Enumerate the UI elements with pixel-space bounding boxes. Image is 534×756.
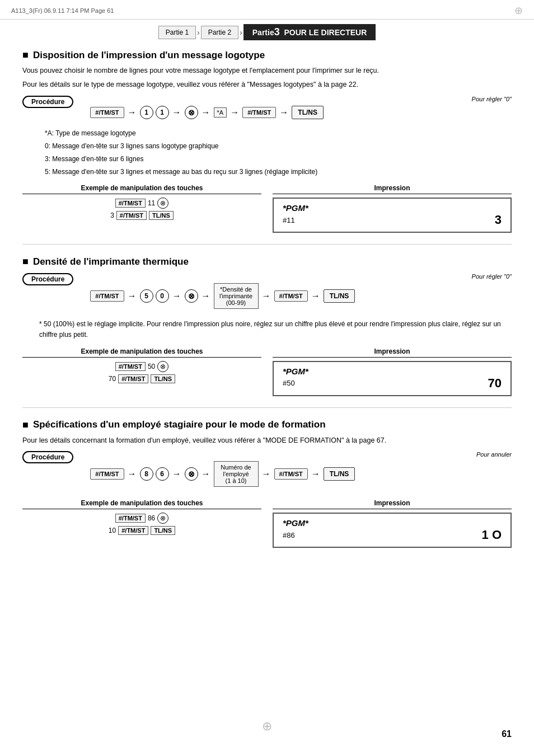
example-touches-2: Exemple de manipulation des touches #/TM… — [22, 348, 261, 383]
section3-text1: Pour les détails concernant la formation… — [22, 435, 512, 446]
example-impression-1: Impression *PGM* #11 3 — [273, 184, 512, 233]
diagram-row-3: #/TM/ST → 8 6 → ⊗ → Numéro del'employé(1… — [90, 461, 512, 487]
page-number: 61 — [502, 729, 512, 739]
section1-heading: Disposition de l'impression d'un message… — [22, 49, 512, 61]
example-impression-3: Impression *PGM* #86 1 O — [273, 499, 512, 548]
key-hmst-3b: #/TM/ST — [274, 468, 308, 480]
circle-6: 6 — [156, 467, 169, 481]
example-impression-title-3: Impression — [273, 499, 512, 509]
example-touches-title-3: Exemple de manipulation des touches — [22, 499, 261, 509]
pour-regler-2: Pour régler "0" — [90, 273, 512, 280]
procedure-label-2: Procédure — [22, 273, 73, 285]
file-info: A113_3(Fr) 06.9.11 7:14 PM Page 61 — [11, 7, 114, 14]
pour-regler-1: Pour régler "0" — [90, 96, 512, 102]
star-a-box: *A — [214, 107, 227, 118]
section1-text1: Vous pouvez choisir le nombre de lignes … — [22, 65, 512, 76]
nav-section-label: Partie3 POUR LE DIRECTEUR — [243, 24, 376, 40]
impression-box-2: *PGM* #50 70 — [273, 361, 512, 396]
footnote-section2: * 50 (100%) est le réglage implicite. Po… — [28, 319, 512, 340]
nav-tab-part1[interactable]: Partie 1 — [158, 26, 196, 39]
density-box: *Densité del'imprimante(00-99) — [214, 283, 259, 309]
section3: Spécifications d'un employé stagiaire po… — [22, 419, 512, 548]
section2: Densité de l'imprimante thermique Procéd… — [22, 256, 512, 396]
example-touches-title-2: Exemple de manipulation des touches — [22, 348, 261, 358]
key-hmst-3: #/TM/ST — [90, 468, 124, 480]
procedure-label-3: Procédure — [22, 451, 73, 463]
tlns-box-1: TL/NS — [292, 106, 324, 119]
nav-arrow: › — [197, 28, 200, 37]
circle-x-1: ⊗ — [185, 106, 198, 119]
nav-tabs: Partie 1 › Partie 2 › Partie3 POUR LE DI… — [0, 24, 534, 40]
circle-x-3: ⊗ — [185, 467, 198, 481]
diagram-row-2: #/TM/ST → 5 0 → ⊗ → *Densité del'imprima… — [90, 283, 512, 309]
impression-box-3: *PGM* #86 1 O — [273, 513, 512, 548]
employee-box: Numéro del'employé(1 à 10) — [214, 461, 259, 487]
examples-area-3: Exemple de manipulation des touches #/TM… — [22, 499, 512, 548]
tlns-box-2: TL/NS — [324, 289, 355, 303]
bottom-crosshair: ⊕ — [262, 719, 272, 734]
main-content: Disposition de l'impression d'un message… — [0, 49, 534, 579]
footnote-2: * 50 (100%) est le réglage implicite. Po… — [39, 319, 512, 340]
examples-area-1: Exemple de manipulation des touches #/TM… — [22, 184, 512, 233]
circle-1: 1 — [140, 106, 153, 119]
divider-1 — [22, 244, 512, 245]
top-bar: A113_3(Fr) 06.9.11 7:14 PM Page 61 ⊕ — [0, 0, 534, 20]
footnote-title-1: *A: Type de message logotype — [45, 128, 512, 139]
section3-heading: Spécifications d'un employé stagiaire po… — [22, 419, 512, 431]
example-impression-2: Impression *PGM* #50 70 — [273, 348, 512, 396]
example-impression-title-2: Impression — [273, 348, 512, 358]
section1-text2: Pour les détails sur le type de message … — [22, 79, 512, 90]
key-hmst-2b: #/TM/ST — [274, 290, 308, 302]
example-impression-title-1: Impression — [273, 184, 512, 194]
key-hmst-1b: #/TM/ST — [242, 107, 276, 118]
procedure-label-1: Procédure — [22, 96, 73, 108]
pour-annuler-3: Pour annuler — [90, 451, 512, 458]
section1: Disposition de l'impression d'un message… — [22, 49, 512, 233]
tlns-box-3: TL/NS — [324, 467, 355, 481]
example-touches-title-1: Exemple de manipulation des touches — [22, 184, 261, 194]
example-touches-3: Exemple de manipulation des touches #/TM… — [22, 499, 261, 535]
page-crosshair: ⊕ — [514, 4, 523, 17]
circle-x-2: ⊗ — [185, 289, 198, 303]
key-hmst-2: #/TM/ST — [90, 290, 124, 302]
nav-arrow2: › — [240, 28, 242, 37]
diagram-row-1: #/TM/ST → 1 1 → ⊗ → *A → #/TM/ST → TL/NS — [90, 106, 512, 119]
divider-2 — [22, 407, 512, 408]
examples-area-2: Exemple de manipulation des touches #/TM… — [22, 348, 512, 396]
section2-heading: Densité de l'imprimante thermique — [22, 256, 512, 267]
footnote-section1: *A: Type de message logotype 0: Message … — [34, 128, 512, 178]
impression-box-1: *PGM* #11 3 — [273, 198, 512, 233]
circle-0: 0 — [156, 289, 169, 303]
page-container: A113_3(Fr) 06.9.11 7:14 PM Page 61 ⊕ Par… — [0, 0, 534, 756]
example-touches-1: Exemple de manipulation des touches #/TM… — [22, 184, 261, 220]
key-hmst-1: #/TM/ST — [90, 107, 124, 118]
circle-8: 8 — [140, 467, 153, 481]
nav-tab-part2[interactable]: Partie 2 — [201, 26, 238, 39]
circle-1b: 1 — [156, 106, 169, 119]
circle-5: 5 — [140, 289, 153, 303]
